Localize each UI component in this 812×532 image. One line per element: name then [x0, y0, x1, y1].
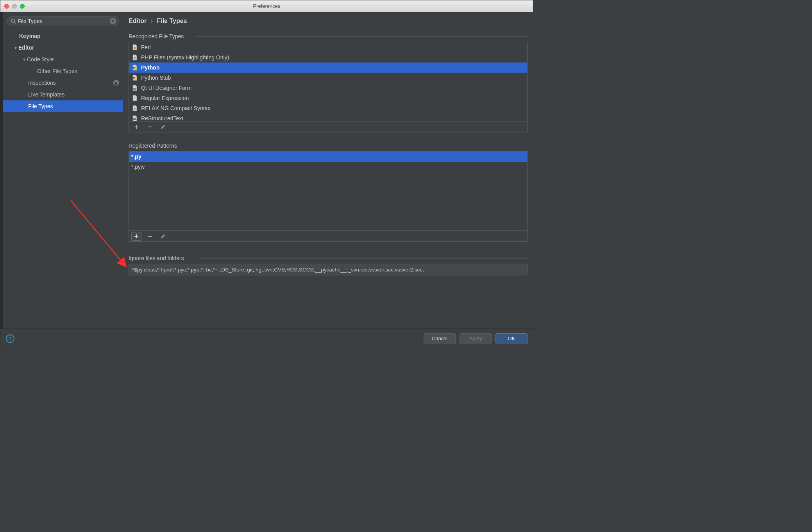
sidebar: ✕ ▶ Keymap ▼ Editor ▼ Code Style Other F…	[3, 12, 123, 328]
search-field-wrap: ✕	[7, 16, 119, 26]
pattern-label: *.pyw	[131, 164, 145, 170]
sidebar-item-label: Other File Types	[37, 68, 77, 74]
sidebar-item-label: File Types	[28, 103, 53, 109]
perl-icon	[131, 44, 138, 51]
breadcrumb-root: Editor	[129, 18, 147, 24]
sidebar-item-label: Keymap	[19, 33, 40, 39]
edit-file-type-button[interactable]	[158, 123, 168, 131]
sidebar-item-label: Inspections	[28, 80, 56, 86]
edit-pattern-button[interactable]	[158, 232, 168, 241]
titlebar: Preferences	[0, 0, 533, 12]
filetype-row[interactable]: RELAX NG Compact Syntax	[129, 103, 527, 113]
svg-rect-12	[133, 88, 136, 90]
pattern-row[interactable]: *.pyw	[129, 162, 527, 172]
python-icon	[131, 64, 138, 71]
help-button[interactable]: ?	[6, 334, 14, 343]
patterns-toolbar	[129, 230, 527, 241]
add-file-type-button[interactable]	[131, 123, 141, 131]
window-title: Preferences	[0, 3, 533, 9]
button-bar: ? Cancel Apply OK	[0, 328, 533, 348]
window-controls	[4, 4, 25, 9]
svg-line-1	[14, 22, 16, 23]
svg-rect-4	[134, 47, 136, 49]
filetype-label: Perl	[141, 44, 151, 50]
file-types-toolbar	[129, 121, 527, 132]
doc-icon	[131, 54, 138, 61]
filetype-row[interactable]: ReStructuredText	[129, 113, 527, 121]
collapse-icon: ▼	[21, 57, 27, 62]
sidebar-item-editor[interactable]: ▼ Editor	[3, 42, 123, 54]
sidebar-item-inspections[interactable]: Inspections	[3, 77, 123, 89]
breadcrumb: Editor › File Types	[129, 16, 528, 30]
patterns-items[interactable]: *.py*.pyw	[129, 152, 527, 230]
filetype-row[interactable]: Perl	[129, 42, 527, 52]
zoom-window-button[interactable]	[20, 4, 25, 9]
filetype-row[interactable]: Python	[129, 62, 527, 73]
svg-point-11	[134, 78, 137, 80]
left-gutter	[0, 12, 3, 328]
pattern-label: *.py	[131, 154, 141, 160]
filetype-label: Python	[141, 64, 159, 71]
svg-rect-17	[133, 118, 136, 120]
svg-rect-2	[114, 80, 118, 85]
sidebar-item-keymap[interactable]: ▶ Keymap	[3, 30, 123, 42]
ignore-files-input[interactable]	[129, 264, 528, 275]
filetype-label: Regular Expression	[141, 95, 189, 101]
sidebar-item-label: Live Templates	[28, 91, 64, 98]
remove-pattern-button[interactable]	[145, 232, 155, 241]
svg-point-9	[134, 68, 137, 70]
sidebar-item-label: Editor	[18, 45, 34, 51]
search-icon	[11, 18, 16, 24]
filetype-label: Python Stub	[141, 75, 171, 81]
rst-icon	[131, 115, 138, 121]
python-icon	[131, 74, 138, 81]
sidebar-item-other-file-types[interactable]: Other File Types	[3, 65, 123, 77]
recognized-file-types-label: Recognized File Types	[129, 33, 528, 39]
collapse-icon: ▼	[13, 46, 18, 50]
ignore-files-label: Ignore files and folders	[129, 255, 528, 261]
main-panel: Editor › File Types Recognized File Type…	[123, 12, 533, 328]
apply-button[interactable]: Apply	[460, 333, 492, 344]
registered-patterns-label: Registered Patterns	[129, 143, 528, 149]
qt-icon	[131, 84, 138, 91]
filetype-row[interactable]: Python Stub	[129, 73, 527, 83]
recognized-file-types-list: PerlPHP Files (syntax Highlighting Only)…	[129, 42, 528, 132]
search-input[interactable]	[18, 18, 108, 24]
filetype-row[interactable]: Qt UI Designer Form	[129, 83, 527, 93]
pattern-row[interactable]: *.py	[129, 152, 527, 162]
regex-icon: *	[131, 95, 138, 102]
breadcrumb-leaf: File Types	[157, 18, 187, 24]
filetype-label: PHP Files (syntax Highlighting Only)	[141, 54, 229, 61]
sidebar-item-file-types[interactable]: File Types	[3, 100, 123, 112]
minimize-window-button[interactable]	[12, 4, 17, 9]
breadcrumb-separator-icon: ›	[151, 18, 153, 24]
filetype-row[interactable]: PHP Files (syntax Highlighting Only)	[129, 52, 527, 62]
preferences-window: Preferences ✕ ▶ Keymap	[0, 0, 533, 348]
filetype-row[interactable]: *Regular Expression	[129, 93, 527, 103]
filetype-label: ReStructuredText	[141, 115, 183, 121]
cancel-button[interactable]: Cancel	[424, 333, 456, 344]
registered-patterns-list: *.py*.pyw	[129, 151, 528, 242]
add-pattern-button[interactable]	[131, 232, 141, 241]
filetype-label: Qt UI Designer Form	[141, 85, 191, 91]
settings-tree: ▶ Keymap ▼ Editor ▼ Code Style Other Fil…	[3, 30, 123, 328]
svg-point-0	[11, 19, 14, 22]
sidebar-item-live-templates[interactable]: Live Templates	[3, 89, 123, 100]
remove-file-type-button[interactable]	[145, 123, 155, 131]
sidebar-item-label: Code Style	[27, 56, 54, 62]
svg-text:*: *	[134, 96, 136, 100]
window-body: ✕ ▶ Keymap ▼ Editor ▼ Code Style Other F…	[0, 12, 533, 328]
file-types-items[interactable]: PerlPHP Files (syntax Highlighting Only)…	[129, 42, 527, 121]
filetype-label: RELAX NG Compact Syntax	[141, 105, 210, 111]
svg-rect-3	[115, 82, 118, 84]
close-window-button[interactable]	[4, 4, 9, 9]
doc-icon	[131, 105, 138, 112]
settings-scope-icon	[113, 80, 119, 86]
clear-search-button[interactable]: ✕	[110, 18, 116, 24]
sidebar-item-code-style[interactable]: ▼ Code Style	[3, 54, 123, 65]
ok-button[interactable]: OK	[495, 333, 528, 344]
